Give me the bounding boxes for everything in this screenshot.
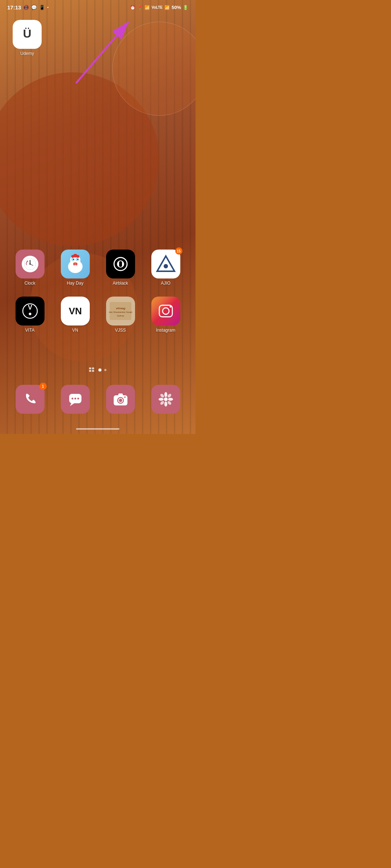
missed-call-icon: 📵 <box>23 5 29 10</box>
svg-point-44 <box>77 398 79 400</box>
hayday-icon-wrapper <box>61 250 90 278</box>
phone-icon-bg: 1 <box>16 385 45 414</box>
app-item-hayday[interactable]: Hay Day <box>57 250 93 286</box>
vjss-icon-wrapper: vitraag Jain Shwetambar Sangh Sydney <box>106 297 135 326</box>
app-item-instagram[interactable]: Instagram <box>148 297 184 333</box>
svg-text:Jain Shwetambar Sangh: Jain Shwetambar Sangh <box>109 311 132 313</box>
airblack-icon-wrapper <box>106 250 135 278</box>
svg-point-50 <box>164 392 167 397</box>
svg-point-31 <box>29 313 31 315</box>
clock-label: Clock <box>24 281 35 286</box>
svg-marker-27 <box>157 256 175 271</box>
dock-item-messages[interactable] <box>57 385 93 416</box>
app-item-vita[interactable]: V VITA <box>12 297 48 333</box>
battery-icon: 🔋 <box>183 5 188 10</box>
hayday-icon-bg <box>61 250 90 278</box>
phone-icon-svg <box>22 392 38 407</box>
airblack-label: Airblack <box>113 281 128 286</box>
notification-dot: • <box>47 5 49 9</box>
hayday-label: Hay Day <box>67 281 83 286</box>
app-grid: Clock <box>0 250 196 344</box>
vn-icon-wrapper: VN <box>61 297 90 326</box>
app-item-vn[interactable]: VN VN <box>57 297 93 333</box>
svg-point-20 <box>78 259 79 259</box>
indicator-page-1[interactable] <box>98 369 101 371</box>
phone-icon-wrapper: 1 <box>16 385 45 414</box>
wifi-icon: 📶 <box>144 5 150 10</box>
svg-point-56 <box>167 393 172 398</box>
svg-point-51 <box>164 401 167 407</box>
vn-icon-bg: VN <box>61 297 90 326</box>
messages-icon-bg <box>61 385 90 414</box>
svg-point-38 <box>163 308 169 314</box>
camera-icon-bg <box>106 385 135 414</box>
app-item-udemy[interactable]: Ü Udemy <box>11 20 43 56</box>
svg-point-11 <box>71 255 74 258</box>
svg-point-43 <box>74 398 76 400</box>
clock-icon-wrapper <box>16 250 45 278</box>
svg-point-19 <box>73 259 74 259</box>
status-time: 17:13 <box>7 4 21 10</box>
instagram-icon-wrapper <box>151 297 180 326</box>
app-row-1: Clock <box>7 250 188 286</box>
dock: 1 <box>0 385 196 416</box>
svg-point-12 <box>76 255 79 258</box>
app-item-ajio[interactable]: 15 AJIO <box>148 250 184 286</box>
vita-svg: V <box>21 302 39 320</box>
ajio-icon-bg <box>151 250 180 278</box>
udemy-icon-wrapper: Ü <box>13 20 42 49</box>
svg-rect-26 <box>119 261 122 267</box>
dock-item-phone[interactable]: 1 <box>12 385 48 416</box>
svg-point-23 <box>75 263 77 265</box>
clock-svg <box>24 258 37 271</box>
phone-badge: 1 <box>39 383 47 390</box>
clock-icon-bg <box>16 250 45 278</box>
vita-icon-bg: V <box>16 297 45 326</box>
camera-icon-wrapper <box>106 385 135 414</box>
whatsapp-icon: 📱 <box>39 5 45 10</box>
svg-text:vitraag: vitraag <box>115 307 125 310</box>
page-indicators <box>0 367 196 373</box>
udemy-label: Udemy <box>20 51 34 56</box>
svg-point-57 <box>159 400 164 405</box>
location-icon: 📍 <box>137 5 143 10</box>
indicator-grid <box>89 367 96 373</box>
vita-icon-wrapper: V <box>16 297 45 326</box>
indicator-page-2[interactable] <box>104 369 106 371</box>
udemy-logo: Ü <box>17 25 37 44</box>
svg-point-42 <box>71 398 73 400</box>
dock-item-gallery[interactable] <box>148 385 184 416</box>
svg-marker-41 <box>70 403 74 406</box>
svg-point-47 <box>119 399 122 402</box>
udemy-section: Ü Udemy <box>0 20 196 56</box>
home-bar <box>76 428 119 430</box>
svg-point-39 <box>169 306 171 308</box>
vn-label: VN <box>72 328 78 333</box>
app-row-2: V VITA VN VN <box>7 297 188 333</box>
svg-point-28 <box>164 264 168 268</box>
dock-item-camera[interactable] <box>102 385 139 416</box>
app-item-vjss[interactable]: vitraag Jain Shwetambar Sangh Sydney VJS… <box>102 297 139 333</box>
ajio-label: AJIO <box>161 281 171 286</box>
alarm-icon: ⏰ <box>130 5 135 10</box>
svg-text:VN: VN <box>68 306 81 316</box>
status-left: 17:13 📵 💬 📱 • <box>7 4 49 10</box>
signal-icon: 📶 <box>164 5 170 10</box>
ajio-icon-wrapper: 15 <box>151 250 180 278</box>
svg-point-49 <box>164 397 168 401</box>
gallery-icon-svg <box>157 391 174 408</box>
app-item-airblack[interactable]: Airblack <box>102 250 139 286</box>
messages-icon-wrapper <box>61 385 90 414</box>
hayday-svg <box>63 251 88 277</box>
svg-text:V: V <box>28 304 32 311</box>
ajio-badge: 15 <box>175 247 182 255</box>
vjss-icon-bg: vitraag Jain Shwetambar Sangh Sydney <box>106 297 135 326</box>
vjss-svg: vitraag Jain Shwetambar Sangh Sydney <box>108 298 133 324</box>
airblack-svg <box>111 255 130 273</box>
airblack-icon-bg <box>106 250 135 278</box>
vita-label: VITA <box>25 328 35 333</box>
app-item-clock[interactable]: Clock <box>12 250 48 286</box>
svg-text:Ü: Ü <box>23 27 31 40</box>
message-icon: 💬 <box>31 5 37 10</box>
svg-point-22 <box>73 263 75 265</box>
